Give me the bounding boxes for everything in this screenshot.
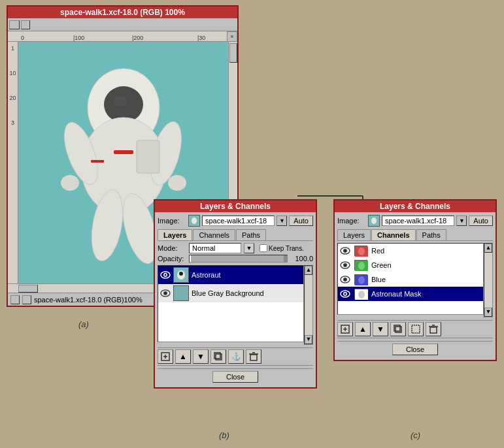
new-channel-btn[interactable] bbox=[337, 322, 353, 336]
tab-paths-c[interactable]: Paths bbox=[416, 229, 446, 240]
svg-rect-9 bbox=[91, 160, 104, 163]
dialog-b-scrollbar[interactable]: ▲ ▼ bbox=[304, 265, 313, 345]
channel-to-selection-btn[interactable] bbox=[408, 322, 424, 336]
scrollbar-thumb-v[interactable] bbox=[229, 43, 237, 63]
layer-item-1[interactable]: Blue Gray Background bbox=[158, 284, 303, 302]
dialog-b-opacity-label: Opacity: bbox=[158, 255, 184, 263]
dialog-b-close-btn[interactable]: Close bbox=[212, 371, 258, 383]
status-text: space-walk1.xcf-18.0 (RGB)100% bbox=[34, 296, 143, 304]
eye-icon-blue[interactable] bbox=[340, 274, 350, 285]
layer-thumb-svg-0 bbox=[174, 268, 188, 282]
svg-point-44 bbox=[344, 264, 346, 266]
tab-channels-c[interactable]: Channels bbox=[371, 229, 416, 240]
status-icon-2[interactable] bbox=[22, 295, 31, 304]
ruler-mark-300: |30 bbox=[197, 35, 205, 41]
tab-layers-c[interactable]: Layers bbox=[337, 229, 371, 240]
svg-rect-63 bbox=[430, 327, 437, 333]
svg-point-36 bbox=[371, 217, 377, 224]
channel-thumb-green bbox=[354, 260, 367, 270]
svg-point-46 bbox=[358, 262, 365, 270]
channel-item-green[interactable]: Green bbox=[338, 258, 483, 272]
eye-icon-green[interactable] bbox=[340, 260, 350, 270]
ruler-left: 1 10 20 3 bbox=[8, 42, 18, 283]
dialog-b-mode-row: Mode: Normal ▼ Keep Trans. bbox=[158, 243, 313, 253]
dialog-c-title: Layers & Channels bbox=[380, 202, 450, 211]
svg-point-11 bbox=[61, 175, 79, 191]
new-layer-btn[interactable] bbox=[158, 349, 173, 364]
tab-paths-b[interactable]: Paths bbox=[236, 229, 266, 240]
svg-rect-62 bbox=[412, 325, 420, 333]
dialog-c-auto-btn[interactable]: Auto bbox=[469, 216, 493, 226]
image-window-toolbar bbox=[8, 18, 237, 31]
eye-icon-1[interactable] bbox=[160, 288, 171, 298]
eye-svg-0 bbox=[160, 271, 171, 279]
channel-item-blue[interactable]: Blue bbox=[338, 272, 483, 287]
keep-trans-checkbox[interactable] bbox=[260, 244, 267, 252]
channel-name-green: Green bbox=[371, 261, 392, 269]
svg-point-12 bbox=[168, 175, 186, 191]
layer-item-0[interactable]: Astroraut bbox=[158, 266, 303, 284]
layer-thumb-0 bbox=[173, 267, 189, 283]
layer-list-empty bbox=[158, 302, 303, 342]
dialog-b-image-thumb bbox=[188, 215, 200, 227]
dialog-b: Layers & Channels Image: space-walk1.xcf… bbox=[154, 199, 317, 389]
ruler-left-10: 10 bbox=[9, 70, 16, 76]
dialog-c-dropdown-arrow[interactable]: ▼ bbox=[456, 216, 467, 226]
dialog-b-title: Layers & Channels bbox=[200, 202, 271, 211]
ruler-corner: × bbox=[227, 31, 237, 42]
svg-point-14 bbox=[192, 217, 197, 224]
dialog-b-content: Image: space-walk1.xcf-18 ▼ Auto Layers … bbox=[155, 212, 316, 387]
tab-layers-b[interactable]: Layers bbox=[158, 229, 192, 240]
dialog-b-mode-value[interactable]: Normal bbox=[189, 243, 241, 253]
dialog-c-close-btn[interactable]: Close bbox=[392, 344, 438, 355]
dialog-c-image-name[interactable]: space-walk1.xcf-18 bbox=[382, 216, 454, 226]
c-scroll-up-btn[interactable]: ▲ bbox=[484, 244, 492, 253]
duplicate-btn[interactable] bbox=[210, 349, 226, 364]
channel-item-red[interactable]: Red bbox=[338, 244, 483, 258]
c-scroll-down-btn[interactable]: ▼ bbox=[484, 308, 492, 317]
anchor-btn[interactable]: ⚓ bbox=[228, 349, 244, 364]
dialog-b-image-row: Image: space-walk1.xcf-18 ▼ Auto bbox=[158, 215, 313, 227]
channel-thumb-red bbox=[354, 246, 367, 256]
scroll-down-btn[interactable]: ▼ bbox=[305, 335, 312, 344]
dialog-c: Layers & Channels Image: space-walk1.xcf… bbox=[333, 199, 497, 361]
ruler-left-20: 20 bbox=[9, 95, 16, 101]
delete-layer-btn[interactable] bbox=[246, 349, 261, 364]
delete-channel-btn[interactable] bbox=[426, 322, 441, 336]
svg-point-56 bbox=[358, 291, 365, 298]
dialog-b-layer-area: Astroraut Blue Gray Background bbox=[158, 265, 313, 345]
svg-rect-29 bbox=[250, 355, 257, 360]
c-move-up-btn[interactable]: ▲ bbox=[355, 322, 371, 336]
eye-icon-0[interactable] bbox=[160, 270, 171, 280]
image-window-titlebar: space-walk1.xcf-18.0 (RGB) 100% bbox=[8, 7, 237, 18]
new-channel-icon bbox=[340, 324, 350, 334]
c-move-down-btn[interactable]: ▼ bbox=[373, 322, 388, 336]
dialog-c-close-bar: Close bbox=[337, 341, 493, 357]
delete-layer-icon bbox=[248, 351, 259, 362]
dialog-b-dropdown-arrow[interactable]: ▼ bbox=[277, 216, 287, 226]
eye-icon-mask[interactable] bbox=[340, 289, 350, 299]
scroll-up-btn[interactable]: ▲ bbox=[305, 266, 312, 275]
move-up-btn[interactable]: ▲ bbox=[175, 349, 191, 364]
toolbar-icon-left[interactable] bbox=[9, 20, 20, 29]
ruler-mark-100: |100 bbox=[73, 35, 84, 41]
channel-list-empty bbox=[338, 301, 483, 314]
dialog-c-image-row: Image: space-walk1.xcf-18 ▼ Auto bbox=[337, 215, 493, 227]
channel-item-mask[interactable]: Astronaut Mask bbox=[338, 287, 483, 301]
label-c: (c) bbox=[411, 430, 420, 440]
dialog-c-scrollbar[interactable]: ▲ ▼ bbox=[484, 243, 493, 317]
dialog-b-mode-arrow[interactable]: ▼ bbox=[244, 243, 254, 253]
channel-green-svg bbox=[355, 261, 368, 271]
dialog-b-image-name[interactable]: space-walk1.xcf-18 bbox=[202, 216, 275, 226]
c-duplicate-btn[interactable] bbox=[390, 322, 406, 336]
ruler-top: 0 |100 |200 |30 × bbox=[8, 31, 237, 42]
dialog-b-opacity-slider[interactable] bbox=[189, 255, 288, 263]
eye-icon-red[interactable] bbox=[340, 246, 350, 256]
move-down-btn[interactable]: ▼ bbox=[193, 349, 209, 364]
toolbar-icon-right[interactable] bbox=[21, 20, 30, 29]
scrollbar-thumb-h[interactable] bbox=[18, 285, 38, 293]
tab-channels-b[interactable]: Channels bbox=[193, 229, 235, 240]
status-icon-1[interactable] bbox=[10, 295, 20, 304]
delete-channel-icon bbox=[428, 324, 439, 334]
duplicate-icon bbox=[213, 351, 224, 362]
